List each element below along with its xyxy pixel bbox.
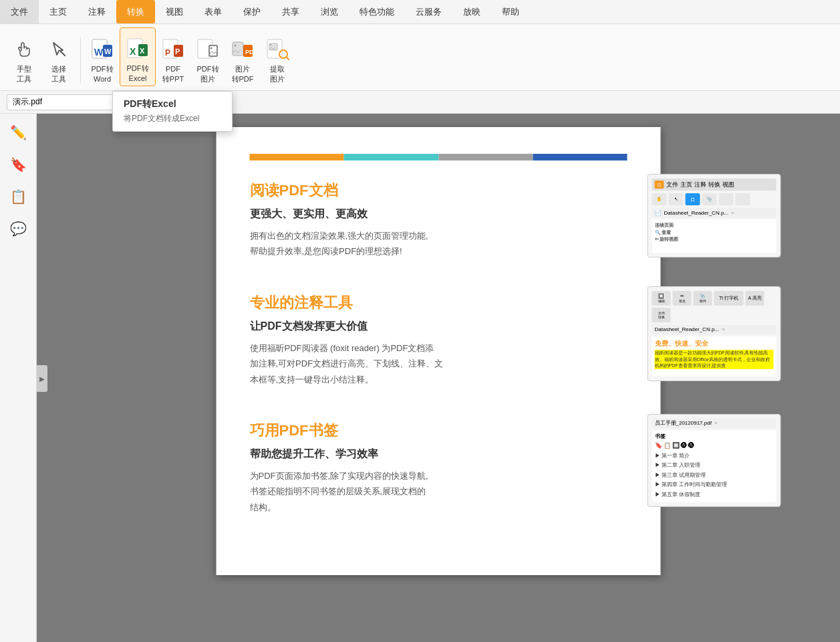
preview-1: G 文件主页注释转换视图 ✋ ↖ 🗒 📎 📄 Datasheet_Reader_…: [648, 174, 781, 257]
menu-convert[interactable]: 转换: [116, 0, 155, 23]
separator-1: [80, 37, 81, 84]
menu-annotation[interactable]: 注释: [78, 0, 116, 23]
pdf-to-ppt-label: PDF转PPT: [162, 64, 184, 84]
color-seg-1: [250, 154, 344, 160]
pdf-to-excel-label: PDF转Excel: [127, 64, 149, 83]
pdf-section-2: 专业的注释工具 让PDF文档发挥更大价值 使用福昕PDF阅读器 (foxit r…: [250, 293, 627, 387]
select-tool-button[interactable]: 选择工具: [41, 27, 76, 86]
dropdown-title: PDF转Excel: [124, 98, 221, 110]
menu-protect[interactable]: 保护: [233, 0, 271, 23]
section2-subtitle: 让PDF文档发挥更大价值: [250, 320, 627, 334]
section3-subtitle: 帮助您提升工作、学习效率: [250, 447, 627, 461]
menu-cloud[interactable]: 云服务: [405, 0, 452, 23]
menu-slideshow[interactable]: 放映: [452, 0, 491, 23]
select-tool-icon: [45, 36, 72, 63]
pdf-to-word-icon: W W: [89, 36, 116, 63]
image-to-pdf-icon: PDF: [229, 36, 256, 63]
svg-text:PDF: PDF: [245, 49, 255, 56]
menu-home[interactable]: 主页: [39, 0, 78, 23]
collapse-sidebar-button[interactable]: ▶: [37, 365, 47, 392]
svg-rect-18: [233, 42, 243, 56]
extract-image-button[interactable]: 提取图片: [260, 27, 295, 86]
extract-image-icon: [264, 36, 291, 63]
pdf-to-word-button[interactable]: W W PDF转Word: [85, 27, 120, 86]
pdf-page: 阅读PDF文档 更强大、更实用、更高效 拥有出色的文档渲染效果,强大的页面管理功…: [217, 127, 661, 575]
preview-3: 员工手册_20120917.pdf× 书签 🔖📋🔲🅐🅐 ▶ 第一章 简介 ▶ 第…: [648, 414, 781, 507]
menu-share[interactable]: 共享: [271, 0, 310, 23]
section3-title: 巧用PDF书签: [250, 421, 627, 441]
pdf-section-1: 阅读PDF文档 更强大、更实用、更高效 拥有出色的文档渲染效果,强大的页面管理功…: [250, 181, 627, 259]
image-to-pdf-button[interactable]: PDF 图片转PDF: [225, 27, 260, 86]
svg-text:P: P: [175, 47, 180, 56]
menu-bar: 文件 主页 注释 转换 视图 表单 保护 共享 浏览 特色功能 云服务 放映 帮…: [0, 0, 840, 24]
svg-text:X: X: [140, 47, 145, 55]
pdf-to-ppt-button[interactable]: P P PDF转PPT: [156, 27, 190, 86]
main-content-area: 阅读PDF文档 更强大、更实用、更高效 拥有出色的文档渲染效果,强大的页面管理功…: [37, 114, 840, 642]
pdf-to-image-label: PDF转图片: [197, 64, 219, 84]
pdf-to-ppt-icon: P P: [160, 36, 186, 63]
hand-tool-icon: [11, 36, 37, 63]
color-bar: [250, 154, 627, 160]
svg-text:W: W: [94, 47, 104, 58]
svg-line-26: [287, 58, 289, 60]
menu-form[interactable]: 表单: [194, 0, 233, 23]
pdf-section-3: 巧用PDF书签 帮助您提升工作、学习效率 为PDF页面添加书签,除了实现内容的快…: [250, 421, 627, 515]
image-to-pdf-label: 图片转PDF: [232, 64, 254, 84]
svg-point-19: [235, 45, 237, 47]
svg-line-0: [61, 51, 65, 56]
section2-body: 使用福昕PDF阅读器 (foxit reader) 为PDF文档添 加注释,可对…: [250, 340, 627, 387]
pencil-icon[interactable]: ✏️: [6, 120, 30, 144]
section1-subtitle: 更强大、更实用、更高效: [250, 207, 627, 221]
pdf-to-excel-dropdown: PDF转Excel 将PDF文档转成Excel: [112, 91, 233, 132]
menu-browse[interactable]: 浏览: [310, 0, 349, 23]
pdf-to-excel-icon: X X: [124, 35, 151, 62]
color-seg-2: [344, 154, 438, 160]
pdf-to-word-label: PDF转Word: [92, 64, 114, 84]
section1-body: 拥有出色的文档渲染效果,强大的页面管理功能, 帮助提升效率,是您阅读PDF的理想…: [250, 228, 627, 259]
comment-icon[interactable]: 💬: [6, 217, 30, 241]
pages-icon[interactable]: 📋: [6, 185, 30, 209]
hand-tool-button[interactable]: 手型工具: [7, 27, 41, 86]
svg-point-24: [270, 44, 271, 45]
svg-text:X: X: [130, 46, 136, 57]
menu-file[interactable]: 文件: [0, 0, 39, 23]
select-tool-label: 选择工具: [51, 64, 66, 84]
bookmark-icon[interactable]: 🔖: [6, 152, 30, 177]
hand-tool-label: 手型工具: [17, 64, 31, 84]
section2-title: 专业的注释工具: [250, 293, 627, 313]
pdf-to-image-button[interactable]: PDF转图片: [190, 27, 225, 86]
toolbar: 手型工具 选择工具 W W PDF转Word: [0, 24, 840, 91]
dropdown-desc: 将PDF文档转成Excel: [124, 113, 221, 124]
svg-text:W: W: [104, 47, 112, 56]
menu-features[interactable]: 特色功能: [349, 0, 405, 23]
menu-view[interactable]: 视图: [155, 0, 194, 23]
left-sidebar: ✏️ 🔖 📋 💬: [0, 114, 37, 642]
menu-help[interactable]: 帮助: [491, 0, 530, 23]
color-seg-3: [438, 154, 533, 160]
pdf-to-image-icon: [194, 36, 221, 63]
pdf-to-excel-button[interactable]: X X PDF转Excel: [120, 27, 156, 86]
color-seg-4: [533, 154, 627, 160]
preview-2: 🔲编辑 ✏签名 📎附件 Tt 打字机 A 高亮 文件转换 Datasheet_R…: [648, 286, 781, 381]
section1-title: 阅读PDF文档: [250, 181, 627, 201]
extract-image-label: 提取图片: [270, 64, 285, 84]
svg-point-17: [211, 47, 213, 49]
section3-body: 为PDF页面添加书签,除了实现内容的快速导航, 书签还能指明不同书签的层级关系,…: [250, 468, 627, 515]
svg-text:P: P: [165, 48, 170, 58]
